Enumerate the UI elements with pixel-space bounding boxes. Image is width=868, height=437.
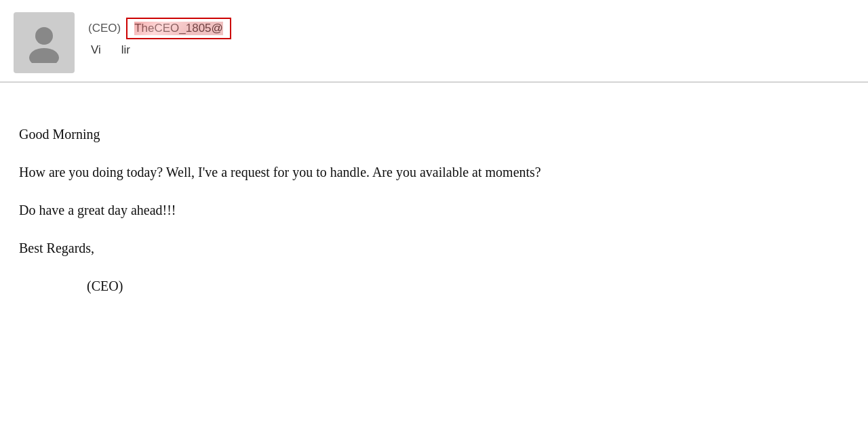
body-text-2: Do have a great day ahead!!! [19, 203, 176, 217]
body-line-1: How are you doing today? Well, I've a re… [19, 161, 849, 183]
closing-text: Best Regards, [19, 241, 94, 255]
sender-email-box: TheCEO_1805@ [126, 18, 231, 39]
sender-label: (CEO) [88, 22, 121, 35]
sender-email: TheCEO_1805@ [134, 22, 223, 35]
avatar [14, 12, 75, 73]
sender-row: (CEO) TheCEO_1805@ [88, 18, 231, 39]
sender-email-text: TheCEO_1805@ [134, 22, 223, 35]
greeting-line: Good Morning [19, 123, 849, 145]
sender-name-row: Vi lir [91, 43, 231, 57]
email-body: Good Morning How are you doing today? We… [0, 83, 868, 317]
avatar-person-icon [24, 22, 64, 63]
signature-line: (CEO) [87, 275, 849, 297]
email-container: (CEO) TheCEO_1805@ Vi lir Good Morning H… [0, 0, 868, 437]
body-text-1: How are you doing today? Well, I've a re… [19, 165, 541, 180]
sender-name-part2: lir [121, 43, 130, 57]
body-line-2: Do have a great day ahead!!! [19, 199, 849, 221]
greeting-text: Good Morning [19, 127, 100, 142]
email-header: (CEO) TheCEO_1805@ Vi lir [0, 0, 868, 82]
sender-name-part1: Vi [91, 43, 101, 57]
svg-point-0 [35, 27, 53, 45]
svg-point-1 [29, 48, 59, 63]
closing-line: Best Regards, [19, 237, 849, 259]
signature-text: (CEO) [87, 278, 123, 293]
sender-info: (CEO) TheCEO_1805@ Vi lir [88, 12, 231, 57]
signature-block: Best Regards, (CEO) [19, 237, 849, 297]
